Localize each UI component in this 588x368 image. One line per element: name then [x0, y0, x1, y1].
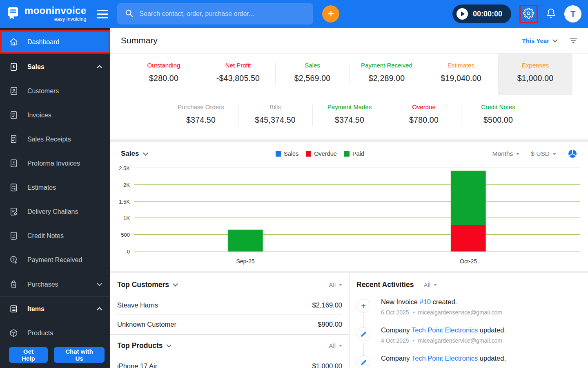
hamburger-menu-icon[interactable]	[97, 10, 108, 18]
quick-add-button[interactable]: +	[322, 5, 339, 22]
sidebar-item-sales-receipts[interactable]: Sales Receipts	[0, 127, 110, 151]
top-products-filter-dropdown[interactable]: All	[329, 342, 342, 349]
sidebar: Dashboard $ Sales Customers Invoices	[0, 28, 110, 368]
legend-swatch	[306, 151, 311, 157]
stat-bills[interactable]: Bills$45,374.50	[238, 95, 312, 137]
triangle-down-icon	[434, 284, 437, 286]
gridline	[134, 218, 580, 218]
mooninvoice-logo-icon	[6, 6, 20, 22]
y-tick-label: 2K	[123, 182, 130, 188]
bar-segment-paid[interactable]	[451, 171, 486, 226]
chat-with-us-button[interactable]: Chat with Us	[54, 347, 105, 363]
x-tick-label: Sep-25	[236, 258, 254, 265]
top-bar: mooninvoice easy invoicing + 00:00:00	[0, 0, 588, 28]
sidebar-item-payment-received[interactable]: $ Payment Received	[0, 248, 110, 272]
chevron-up-icon	[97, 65, 102, 70]
search-input[interactable]	[139, 10, 306, 18]
top-customers-dropdown[interactable]: Top Customers	[117, 280, 177, 289]
chevron-down-icon	[552, 37, 558, 43]
chart-type-dropdown[interactable]: Sales	[121, 150, 147, 158]
triangle-down-icon	[516, 153, 519, 155]
stat-overdue[interactable]: Overdue$780.00	[387, 95, 461, 137]
top-customers-filter-dropdown[interactable]: All	[329, 281, 342, 288]
stat-purchase-orders[interactable]: Purchase Orders$374.50	[164, 95, 238, 137]
summary-row-1: Outstanding$280.00 Net Profit-$43,805.50…	[110, 54, 588, 95]
bullet-dot	[413, 340, 414, 341]
filter-icon[interactable]	[569, 36, 577, 45]
customers-icon	[9, 86, 18, 96]
sidebar-item-invoices[interactable]: Invoices	[0, 103, 110, 127]
legend-overdue[interactable]: Overdue	[306, 150, 337, 157]
customer-row[interactable]: Steave Harris$2,169.00	[117, 296, 342, 315]
notifications-bell-icon[interactable]	[546, 8, 556, 20]
stat-credit-notes[interactable]: Credit Notes$500.00	[461, 95, 535, 137]
sidebar-item-sales[interactable]: $ Sales	[0, 55, 110, 79]
legend-paid[interactable]: Paid	[344, 150, 364, 157]
svg-text:$: $	[13, 283, 15, 287]
stat-payment-received[interactable]: Payment Received$2,289.00	[350, 54, 424, 95]
time-tracker[interactable]: 00:00:00	[452, 4, 511, 23]
recent-activities-panel: Recent Activities All + New Invoice #10 …	[349, 273, 588, 368]
sidebar-item-estimates[interactable]: Estimates	[0, 175, 110, 200]
activity-timeline: + New Invoice #10 created. 6 Oct 2025mic…	[356, 296, 581, 368]
main-content: Summary This Year Outstanding$280.00 Net…	[110, 28, 588, 368]
sidebar-footer: Get Help Chat with Us	[0, 342, 110, 368]
period-dropdown[interactable]: This Year	[522, 37, 557, 44]
stat-estimates[interactable]: Estimates$19,040.00	[424, 54, 498, 95]
legend-swatch	[276, 151, 281, 157]
stat-outstanding[interactable]: Outstanding$280.00	[127, 54, 201, 95]
sales-chart-section: Sales Sales Overdue Paid Months $ USD	[110, 142, 588, 271]
bar-segment-overdue[interactable]	[451, 225, 486, 251]
chevron-down-icon	[173, 281, 178, 287]
customer-row[interactable]: Unknown Customer$900.00	[117, 315, 342, 334]
global-search	[117, 3, 313, 25]
svg-text:$: $	[13, 257, 15, 261]
sidebar-item-customers[interactable]: Customers	[0, 79, 110, 103]
activities-filter-dropdown[interactable]: All	[423, 281, 437, 288]
gridline	[134, 168, 580, 168]
triangle-down-icon	[339, 284, 342, 286]
sidebar-item-credit-notes[interactable]: C Credit Notes	[0, 224, 110, 248]
pie-chart-icon[interactable]	[568, 149, 577, 159]
bottom-panels: Top Customers All Steave Harris$2,169.00…	[110, 273, 588, 368]
top-products-dropdown[interactable]: Top Products	[117, 341, 171, 350]
bar-segment-paid[interactable]	[228, 230, 263, 251]
gridline	[134, 251, 580, 251]
sidebar-item-delivery-challans[interactable]: Delivery Challans	[0, 200, 110, 224]
y-tick-label: 2.5K	[119, 165, 130, 171]
proforma-invoice-icon: P	[9, 159, 18, 168]
delivery-challan-icon	[9, 207, 18, 216]
sidebar-item-products[interactable]: Products	[0, 321, 110, 342]
interval-dropdown[interactable]: Months	[492, 150, 520, 157]
user-avatar[interactable]: T	[564, 5, 581, 22]
sidebar-item-purchases[interactable]: $ Purchases	[0, 272, 110, 296]
sidebar-item-proforma-invoices[interactable]: P Proforma Invoices	[0, 151, 110, 175]
stat-net-profit[interactable]: Net Profit-$43,805.50	[201, 54, 275, 95]
top-lists-panel: Top Customers All Steave Harris$2,169.00…	[110, 273, 349, 368]
stat-expenses[interactable]: Expenses$1,000.00	[498, 54, 572, 95]
receipt-icon	[9, 135, 18, 144]
brand-tagline: easy invoicing	[24, 17, 86, 22]
y-tick-label: 1K	[123, 215, 130, 221]
company-link[interactable]: Tech Point Electronics	[412, 326, 478, 334]
x-axis-labels: Sep-25Oct-25	[134, 254, 580, 266]
timer-value: 00:00:00	[473, 10, 502, 18]
sidebar-item-items[interactable]: Items	[0, 297, 110, 321]
moon-invoice-app: mooninvoice easy invoicing + 00:00:00	[0, 0, 588, 368]
stat-sales[interactable]: Sales$2,569.00	[275, 54, 350, 95]
y-tick-label: 1.5K	[119, 198, 130, 204]
company-link[interactable]: Tech Point Electronics	[412, 355, 478, 362]
play-icon[interactable]	[457, 8, 468, 20]
summary-row-2: Purchase Orders$374.50 Bills$45,374.50 P…	[110, 95, 588, 139]
brand-logo[interactable]: mooninvoice easy invoicing	[6, 6, 86, 22]
currency-dropdown[interactable]: $ USD	[531, 150, 556, 157]
sidebar-item-dashboard[interactable]: Dashboard	[0, 30, 110, 54]
legend-sales[interactable]: Sales	[276, 150, 298, 157]
chevron-up-icon	[97, 307, 102, 312]
product-row[interactable]: iPhone 17 Air$1,000.00	[117, 357, 342, 368]
gear-icon[interactable]	[523, 8, 534, 20]
stat-payment-mades[interactable]: Payment Mades$374.50	[312, 95, 387, 137]
get-help-button[interactable]: Get Help	[9, 347, 48, 363]
invoice-link[interactable]: #10	[419, 298, 431, 305]
svg-text:$: $	[13, 64, 15, 69]
